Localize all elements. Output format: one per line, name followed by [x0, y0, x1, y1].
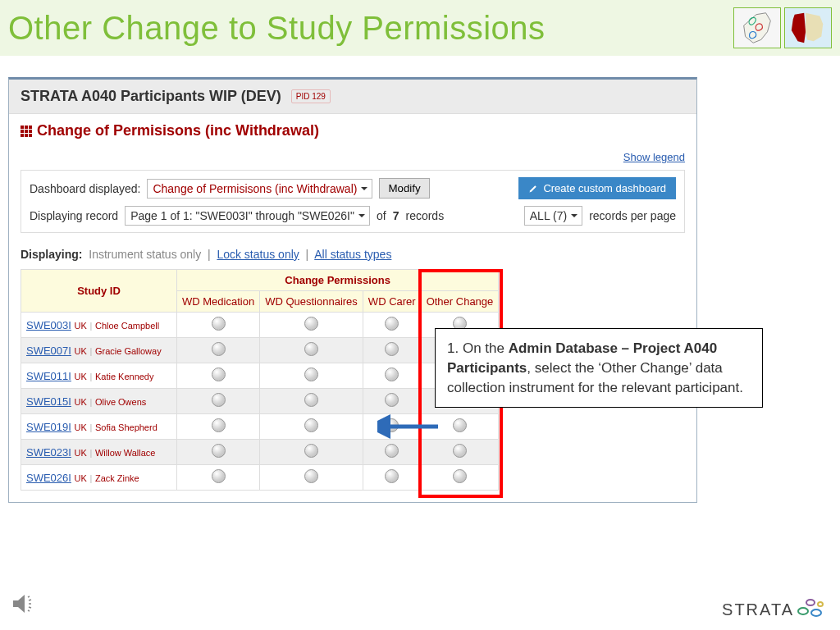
pid-badge: PID 129 [291, 89, 331, 103]
status-dot-icon [304, 444, 318, 458]
status-cell[interactable] [177, 465, 260, 491]
status-dot-icon [453, 444, 467, 458]
displaying-filter: Displaying: Instrument status only | Loc… [9, 241, 696, 269]
logo-rings-icon [797, 599, 827, 620]
create-custom-dashboard-button[interactable]: Create custom dashboard [518, 177, 676, 199]
status-cell[interactable] [260, 414, 363, 440]
status-dot-icon [212, 368, 226, 381]
table-row: SWE011I UK | Katie Kennedy [21, 363, 499, 389]
filter-lock[interactable]: Lock status only [217, 248, 299, 261]
col-wd-questionnaires: WD Questionnaires [260, 291, 363, 313]
project-title: STRATA A040 Participants WIP (DEV) [21, 88, 281, 105]
map-australia-icon [784, 7, 832, 48]
app-header: STRATA A040 Participants WIP (DEV) PID 1… [9, 80, 696, 114]
status-dot-icon [304, 393, 318, 407]
status-dot-icon [385, 444, 399, 458]
status-dot-icon [212, 342, 226, 356]
status-cell[interactable] [177, 389, 260, 414]
show-legend-link[interactable]: Show legend [623, 151, 685, 163]
status-dot-icon [385, 317, 399, 331]
page-select[interactable]: Page 1 of 1: "SWE003I" through "SWE026I" [125, 206, 370, 226]
instruction-callout: 1. On the Admin Database – Project A040 … [435, 328, 763, 408]
status-dot-icon [212, 444, 226, 458]
table-row: SWE003I UK | Chloe Campbell [21, 313, 499, 338]
dashboard-select[interactable]: Change of Permisisons (inc Withdrawal) [147, 179, 372, 199]
map-regions-icon [733, 7, 781, 48]
status-cell[interactable] [421, 465, 499, 491]
study-id-link[interactable]: SWE026I [26, 472, 71, 484]
status-cell[interactable] [363, 338, 421, 363]
table-row: SWE023I UK | Willow Wallace [21, 440, 499, 465]
study-id-link[interactable]: SWE011I [26, 370, 71, 382]
cell-study-id: SWE019I UK | Sofia Shepherd [21, 414, 177, 440]
filter-all[interactable]: All status types [314, 248, 391, 261]
arrow-icon [377, 410, 443, 443]
grid-icon [21, 126, 32, 137]
status-cell[interactable] [177, 363, 260, 389]
col-wd-carer: WD Carer [363, 291, 421, 313]
cell-study-id: SWE023I UK | Willow Wallace [21, 440, 177, 465]
status-cell[interactable] [177, 414, 260, 440]
pencil-icon [528, 184, 538, 194]
map-thumbnails [733, 7, 832, 48]
cell-study-id: SWE015I UK | Olive Owens [21, 389, 177, 414]
status-dot-icon [453, 418, 467, 432]
status-dot-icon [385, 368, 399, 381]
records-table: Study ID Change Permissions WD Medicatio… [21, 269, 499, 491]
status-dot-icon [212, 469, 226, 483]
cell-study-id: SWE011I UK | Katie Kennedy [21, 363, 177, 389]
col-other-change: Other Change [421, 291, 499, 313]
status-dot-icon [304, 469, 318, 483]
study-id-link[interactable]: SWE003I [26, 319, 71, 331]
modify-button[interactable]: Modify [379, 178, 429, 199]
section-header: Change of Permisisons (inc Withdrawal) [9, 114, 696, 148]
status-dot-icon [304, 317, 318, 331]
status-dot-icon [212, 317, 226, 331]
cell-study-id: SWE007I UK | Gracie Galloway [21, 338, 177, 363]
cell-study-id: SWE003I UK | Chloe Campbell [21, 313, 177, 338]
col-group-change-permissions: Change Permissions [177, 270, 499, 291]
dashboard-controls: Dashboard displayed: Change of Permisiso… [21, 170, 685, 233]
status-cell[interactable] [177, 313, 260, 338]
app-frame: STRATA A040 Participants WIP (DEV) PID 1… [8, 77, 697, 503]
status-cell[interactable] [260, 338, 363, 363]
table-row: SWE007I UK | Gracie Galloway [21, 338, 499, 363]
status-cell[interactable] [260, 363, 363, 389]
page-title: Other Change to Study Permissions [8, 10, 546, 47]
status-dot-icon [385, 469, 399, 483]
status-cell[interactable] [363, 363, 421, 389]
status-dot-icon [304, 368, 318, 381]
status-cell[interactable] [260, 440, 363, 465]
status-dot-icon [212, 393, 226, 407]
status-dot-icon [385, 342, 399, 356]
strata-logo: STRATA [722, 599, 827, 620]
status-cell[interactable] [177, 440, 260, 465]
status-cell[interactable] [363, 313, 421, 338]
status-dot-icon [304, 418, 318, 432]
study-id-link[interactable]: SWE007I [26, 345, 71, 357]
study-id-link[interactable]: SWE015I [26, 395, 71, 408]
status-dot-icon [385, 393, 399, 407]
dashboard-displayed-label: Dashboard displayed: [30, 182, 140, 195]
displaying-record-label: Displaying record [30, 209, 118, 222]
study-id-link[interactable]: SWE023I [26, 446, 71, 459]
status-cell[interactable] [260, 465, 363, 491]
status-cell[interactable] [177, 338, 260, 363]
status-cell[interactable] [260, 389, 363, 414]
filter-instrument[interactable]: Instrument status only [89, 248, 201, 261]
status-cell[interactable] [363, 465, 421, 491]
status-cell[interactable] [260, 313, 363, 338]
table-row: SWE026I UK | Zack Zinke [21, 465, 499, 491]
status-cell[interactable] [363, 440, 421, 465]
cell-study-id: SWE026I UK | Zack Zinke [21, 465, 177, 491]
status-dot-icon [212, 418, 226, 432]
rpp-select[interactable]: ALL (7) [524, 206, 582, 226]
status-dot-icon [304, 342, 318, 356]
speaker-icon [10, 589, 39, 619]
status-dot-icon [453, 469, 467, 483]
legend-row: Show legend [9, 148, 696, 170]
status-cell[interactable] [421, 440, 499, 465]
col-wd-medication: WD Medication [177, 291, 260, 313]
study-id-link[interactable]: SWE019I [26, 421, 71, 433]
section-title: Change of Permisisons (inc Withdrawal) [21, 122, 685, 139]
